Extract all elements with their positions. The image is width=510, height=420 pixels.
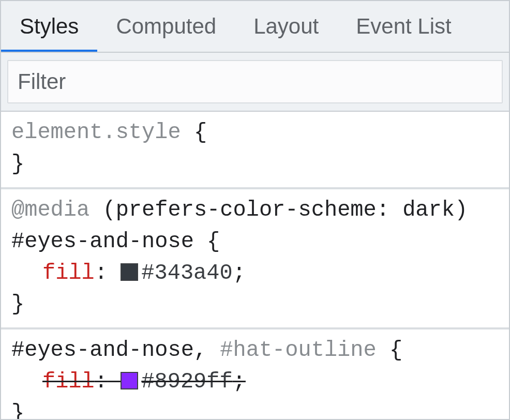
brace-open: { — [389, 338, 402, 363]
brace-open-glyph: { — [194, 120, 207, 145]
declaration-overridden[interactable]: fill: #8929ff; — [11, 366, 499, 398]
rule-element-style[interactable]: element.style { } — [1, 112, 509, 189]
brace-close: } — [11, 152, 24, 176]
filter-row — [1, 53, 509, 112]
declaration-property[interactable]: fill — [42, 369, 95, 394]
tab-computed[interactable]: Computed — [97, 1, 235, 52]
declaration-value[interactable]: #343a40 — [141, 261, 232, 286]
rule-selector-part-muted[interactable]: #hat-outline — [220, 338, 376, 363]
rule-media-eyes-and-nose[interactable]: @media (prefers-color-scheme: dark) #eye… — [1, 189, 509, 330]
rule-selector[interactable]: element.style — [11, 120, 181, 145]
pane-tabs: Styles Computed Layout Event List — [1, 1, 509, 53]
color-swatch-icon[interactable] — [121, 372, 138, 389]
declaration-value[interactable]: #8929ff — [141, 369, 232, 394]
declaration-property[interactable]: fill — [42, 261, 95, 286]
brace-close: } — [11, 401, 24, 419]
tab-layout[interactable]: Layout — [235, 1, 337, 52]
semicolon: ; — [233, 261, 246, 286]
rule-selector-part[interactable]: #eyes-and-nose — [11, 338, 194, 363]
colon: : — [95, 369, 108, 394]
color-swatch-icon[interactable] — [121, 263, 138, 281]
rules-list: element.style { } @media (prefers-color-… — [1, 112, 509, 419]
rule-selector[interactable]: #eyes-and-nose — [11, 229, 194, 254]
rule-selector-sep: , — [194, 338, 220, 363]
rule-eyes-and-nose-hat-outline[interactable]: #eyes-and-nose, #hat-outline { fill: #89… — [1, 329, 509, 419]
colon: : — [95, 261, 108, 286]
semicolon: ; — [233, 369, 246, 394]
atrule-condition: (prefers-color-scheme: dark) — [102, 198, 468, 222]
atrule-keyword: @media — [11, 198, 89, 222]
declaration[interactable]: fill: #343a40; — [11, 258, 499, 289]
styles-panel: Styles Computed Layout Event List elemen… — [0, 0, 510, 420]
brace-open: { — [207, 229, 220, 254]
brace-close: } — [11, 292, 24, 317]
tab-styles[interactable]: Styles — [1, 1, 97, 52]
tab-event-listeners[interactable]: Event List — [337, 1, 451, 52]
filter-input[interactable] — [7, 60, 503, 103]
